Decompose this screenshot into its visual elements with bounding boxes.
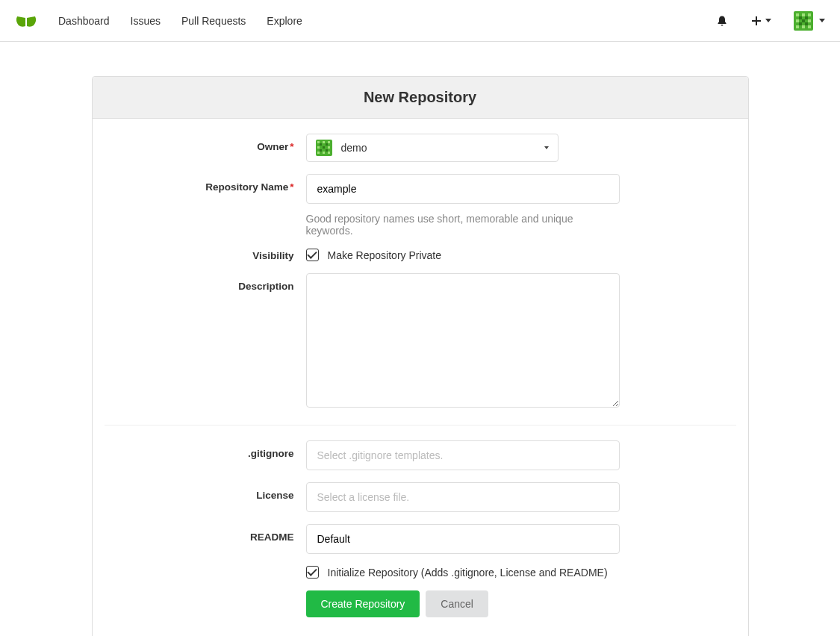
svg-rect-26 <box>323 152 325 154</box>
visibility-label: Visibility <box>105 249 306 261</box>
repo-name-control: Good repository names use short, memorab… <box>306 174 620 237</box>
plus-icon <box>750 15 762 27</box>
owner-dropdown[interactable]: demo <box>306 134 559 162</box>
svg-rect-17 <box>328 141 330 143</box>
readme-label: README <box>105 524 306 543</box>
gitignore-control <box>306 440 620 470</box>
caret-down-icon <box>544 146 549 149</box>
user-dropdown[interactable] <box>794 11 825 31</box>
repo-name-label: Repository Name* <box>105 174 306 193</box>
description-control <box>306 273 620 410</box>
svg-rect-11 <box>796 25 799 28</box>
navbar: Dashboard Issues Pull Requests Explore <box>0 0 840 42</box>
required-indicator: * <box>290 181 293 193</box>
required-indicator: * <box>290 141 293 152</box>
visibility-row: Visibility Make Repository Private <box>105 249 736 261</box>
nav-dashboard[interactable]: Dashboard <box>58 15 110 27</box>
visibility-checkbox[interactable] <box>306 249 319 261</box>
svg-rect-2 <box>802 13 805 16</box>
svg-rect-15 <box>317 141 320 143</box>
svg-rect-3 <box>808 13 811 16</box>
description-label: Description <box>105 273 306 292</box>
description-textarea[interactable] <box>306 273 620 408</box>
init-repo-control: Initialize Repository (Adds .gitignore, … <box>306 566 620 617</box>
cancel-button[interactable]: Cancel <box>426 590 488 617</box>
init-repo-row: Initialize Repository (Adds .gitignore, … <box>105 566 736 617</box>
svg-rect-12 <box>802 25 805 28</box>
svg-rect-6 <box>796 19 799 22</box>
gitea-logo-icon <box>15 13 37 28</box>
gitea-logo[interactable] <box>15 13 37 28</box>
nav-pull-requests[interactable]: Pull Requests <box>181 15 246 27</box>
svg-rect-4 <box>799 16 802 19</box>
svg-rect-23 <box>320 149 322 152</box>
nav-issues[interactable]: Issues <box>131 15 161 27</box>
svg-rect-13 <box>808 25 811 28</box>
main-container: New Repository Owner* <box>92 76 749 636</box>
create-repository-button[interactable]: Create Repository <box>306 590 420 617</box>
license-control <box>306 482 620 512</box>
panel-body: Owner* <box>93 119 748 636</box>
panel-header: New Repository <box>93 77 748 119</box>
init-repo-checkbox[interactable] <box>306 566 319 579</box>
gitignore-input[interactable] <box>306 440 620 470</box>
gitignore-label: .gitignore <box>105 440 306 459</box>
readme-row: README <box>105 524 736 554</box>
page-title: New Repository <box>105 89 736 106</box>
svg-rect-10 <box>805 22 808 25</box>
license-label: License <box>105 482 306 501</box>
bell-icon <box>716 15 728 27</box>
svg-rect-22 <box>328 146 330 149</box>
divider <box>105 425 736 425</box>
svg-rect-8 <box>808 19 811 22</box>
gitignore-row: .gitignore <box>105 440 736 470</box>
svg-rect-18 <box>320 143 322 146</box>
navbar-left: Dashboard Issues Pull Requests Explore <box>15 13 302 28</box>
svg-rect-1 <box>796 13 799 16</box>
license-input[interactable] <box>306 482 620 512</box>
svg-rect-7 <box>802 19 805 22</box>
svg-rect-19 <box>326 143 328 146</box>
readme-input[interactable] <box>306 524 620 554</box>
svg-rect-5 <box>805 16 808 19</box>
user-avatar-icon <box>794 11 813 31</box>
owner-control: demo <box>306 134 620 162</box>
visibility-control: Make Repository Private <box>306 249 620 261</box>
new-repo-panel: New Repository Owner* <box>92 76 749 636</box>
svg-rect-16 <box>323 141 325 143</box>
svg-rect-27 <box>328 152 330 154</box>
owner-value: demo <box>341 142 367 154</box>
owner-row: Owner* <box>105 134 736 162</box>
create-dropdown[interactable] <box>750 15 771 27</box>
repo-name-hint: Good repository names use short, memorab… <box>306 213 620 237</box>
svg-rect-21 <box>323 146 325 149</box>
repo-name-input[interactable] <box>306 174 620 204</box>
svg-rect-9 <box>799 22 802 25</box>
description-row: Description <box>105 273 736 410</box>
svg-rect-25 <box>317 152 320 154</box>
notifications-button[interactable] <box>716 15 728 27</box>
owner-label: Owner* <box>105 134 306 152</box>
init-repo-label: Initialize Repository (Adds .gitignore, … <box>328 567 608 579</box>
caret-down-icon <box>819 19 825 22</box>
navbar-right <box>716 11 825 31</box>
readme-control <box>306 524 620 554</box>
repo-name-row: Repository Name* Good repository names u… <box>105 174 736 237</box>
owner-avatar-icon <box>316 140 332 156</box>
caret-down-icon <box>765 19 771 22</box>
button-row: Create Repository Cancel <box>306 590 620 617</box>
license-row: License <box>105 482 736 512</box>
svg-rect-24 <box>326 149 328 152</box>
visibility-checkbox-label: Make Repository Private <box>328 249 442 261</box>
svg-rect-20 <box>317 146 320 149</box>
nav-explore[interactable]: Explore <box>267 15 302 27</box>
